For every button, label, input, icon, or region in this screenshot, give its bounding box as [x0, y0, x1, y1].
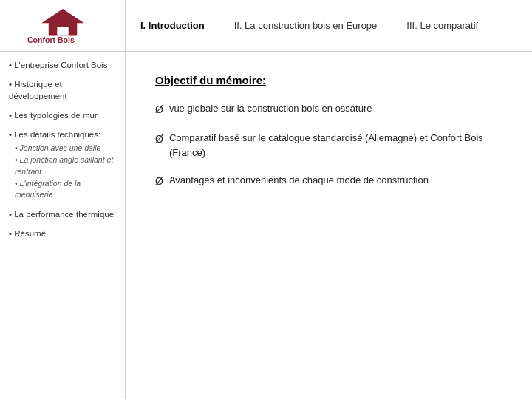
sidebar-item-resume[interactable]: • Résumé [9, 228, 116, 239]
top-bar: Confort Bois I. Introduction II. La cons… [0, 0, 532, 52]
sidebar-item-details[interactable]: • Les détails techniques: • Jonction ave… [9, 129, 116, 201]
main-content: • L'entreprise Confort Bois • Historique… [0, 52, 532, 399]
bullet-arrow-0: Ø [155, 102, 163, 117]
sidebar-sub-details: • Jonction avec une dalle • La jonction … [9, 143, 116, 201]
sidebar-item-performance[interactable]: • La performance thermique [9, 208, 116, 220]
bullet-item-0: Ø vue globale sur la construction bois e… [155, 101, 502, 117]
bullet-text-1: Comparatif basé sur le catalogue standar… [169, 131, 502, 160]
bullet-text-2: Avantages et inconvénients de chaque mod… [169, 173, 429, 188]
nav-item-construction[interactable]: II. La construction bois en Europe [234, 20, 378, 31]
nav-item-comparatif[interactable]: III. Le comparatif [406, 20, 478, 31]
bullet-text-0: vue globale sur la construction bois en … [169, 101, 372, 116]
sidebar-item-typologies[interactable]: • Les typologies de mur [9, 109, 116, 121]
sidebar-item-historique[interactable]: • Historique et développement [9, 78, 116, 102]
nav-item-introduction[interactable]: I. Introduction [140, 20, 205, 31]
objective-title: Objectif du mémoire: [155, 74, 502, 86]
sidebar-item-entreprise[interactable]: • L'entreprise Confort Bois [9, 59, 116, 71]
logo-svg: Confort Bois [18, 7, 107, 44]
bullet-item-1: Ø Comparatif basé sur le catalogue stand… [155, 131, 502, 160]
logo-area: Confort Bois [0, 0, 126, 51]
sidebar: • L'entreprise Confort Bois • Historique… [0, 52, 126, 399]
svg-rect-1 [57, 27, 68, 35]
bullet-arrow-2: Ø [155, 174, 163, 189]
bullet-item-2: Ø Avantages et inconvénients de chaque m… [155, 173, 502, 189]
svg-text:Confort Bois: Confort Bois [27, 35, 74, 44]
nav-area: I. Introduction II. La construction bois… [126, 0, 532, 51]
content-panel: Objectif du mémoire: Ø vue globale sur l… [126, 52, 532, 399]
bullet-arrow-1: Ø [155, 132, 163, 147]
